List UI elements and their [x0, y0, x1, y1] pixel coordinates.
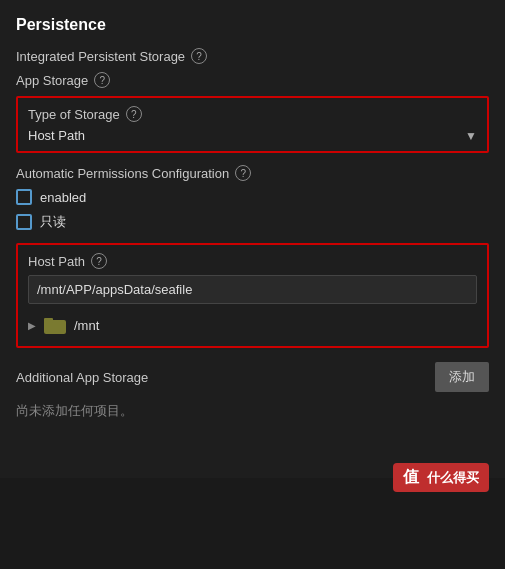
- watermark: 值 什么得买: [393, 463, 489, 492]
- permissions-section: Automatic Permissions Configuration ? en…: [16, 165, 489, 231]
- readonly-checkbox-row[interactable]: 只读: [16, 213, 489, 231]
- permissions-label-row: Automatic Permissions Configuration ?: [16, 165, 489, 181]
- dropdown-arrow-icon: ▼: [465, 129, 477, 143]
- watermark-text: 什么得买: [427, 470, 479, 485]
- type-of-storage-label: Type of Storage: [28, 107, 120, 122]
- additional-header: Additional App Storage 添加: [16, 362, 489, 392]
- type-of-storage-select-row[interactable]: Host Path ▼: [28, 128, 477, 143]
- empty-message: 尚未添加任何项目。: [16, 402, 489, 420]
- host-path-label: Host Path: [28, 254, 85, 269]
- type-of-storage-label-row: Type of Storage ?: [28, 106, 477, 122]
- app-storage-label: App Storage: [16, 73, 88, 88]
- enabled-checkbox-row[interactable]: enabled: [16, 189, 489, 205]
- host-path-label-row: Host Path ?: [28, 253, 477, 269]
- host-path-help-icon[interactable]: ?: [91, 253, 107, 269]
- svg-rect-1: [44, 318, 53, 323]
- integrated-storage-row: Integrated Persistent Storage ?: [16, 48, 489, 64]
- host-path-box: Host Path ? ▶ /mnt: [16, 243, 489, 348]
- add-button[interactable]: 添加: [435, 362, 489, 392]
- readonly-checkbox[interactable]: [16, 214, 32, 230]
- folder-icon: [44, 316, 66, 334]
- additional-storage-label: Additional App Storage: [16, 370, 148, 385]
- folder-row[interactable]: ▶ /mnt: [28, 312, 477, 338]
- type-of-storage-help-icon[interactable]: ?: [126, 106, 142, 122]
- watermark-area: 值 什么得买: [16, 432, 489, 462]
- type-of-storage-box: Type of Storage ? Host Path ▼: [16, 96, 489, 153]
- enabled-checkbox[interactable]: [16, 189, 32, 205]
- enabled-label: enabled: [40, 190, 86, 205]
- additional-app-storage-section: Additional App Storage 添加 尚未添加任何项目。: [16, 362, 489, 420]
- type-of-storage-value: Host Path: [28, 128, 477, 143]
- triangle-icon: ▶: [28, 320, 36, 331]
- auto-permissions-help-icon[interactable]: ?: [235, 165, 251, 181]
- app-storage-row: App Storage ?: [16, 72, 489, 88]
- integrated-storage-help-icon[interactable]: ?: [191, 48, 207, 64]
- folder-label: /mnt: [74, 318, 99, 333]
- folder-svg-icon: [44, 316, 66, 334]
- persistence-page: Persistence Integrated Persistent Storag…: [0, 0, 505, 478]
- auto-permissions-label: Automatic Permissions Configuration: [16, 166, 229, 181]
- integrated-storage-label: Integrated Persistent Storage: [16, 49, 185, 64]
- page-title: Persistence: [16, 16, 489, 34]
- app-storage-help-icon[interactable]: ?: [94, 72, 110, 88]
- host-path-input[interactable]: [28, 275, 477, 304]
- watermark-icon: 值: [403, 468, 419, 485]
- readonly-label: 只读: [40, 213, 66, 231]
